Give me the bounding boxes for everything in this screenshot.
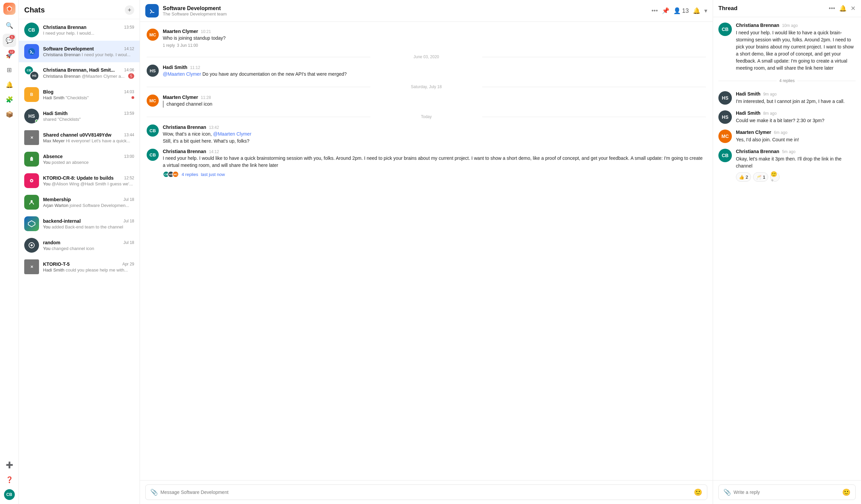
thread-msg-content-r1: Hadi Smith 9m ago I'm interested, but I …	[736, 91, 856, 105]
notification-bell-icon[interactable]: 🔔	[693, 7, 700, 14]
chat-time: Apr 29	[122, 262, 134, 267]
chat-item-shared-channel[interactable]: ✕ Shared channel u0VV8149Ydw 13:44 Max M…	[19, 127, 140, 148]
svg-marker-13	[28, 221, 35, 227]
add-reaction-icon: 🙂+	[770, 171, 779, 183]
thread-messages-area: CB Christiana Brennan 10m ago I need you…	[713, 17, 861, 480]
chat-item-random[interactable]: random Jul 18 You changed channel icon	[19, 234, 140, 256]
thread-title: Thread	[719, 5, 826, 12]
thread-msg-time: 10m ago	[782, 23, 798, 28]
message-row-channel-icon: MC Maarten Clymer 11:28 changed channel …	[147, 93, 706, 109]
chat-time: 13:00	[124, 154, 134, 159]
more-options-icon[interactable]: •••	[652, 8, 658, 14]
puzzle-icon: 🧩	[6, 96, 13, 103]
chat-name: random	[43, 240, 60, 245]
online-indicator	[35, 120, 38, 123]
thread-msg-text: I need your help. I would like to have a…	[736, 29, 856, 72]
thread-avatar-maarten-r3: MC	[719, 130, 732, 143]
thread-emoji-button[interactable]: 🙂	[842, 488, 850, 496]
chat-input-box: 📎 🙂	[145, 485, 707, 500]
date-divider-june: June 03, 2020	[147, 55, 706, 59]
reply-count: 1 reply	[163, 43, 175, 48]
reaction-clinking[interactable]: 🥂 1	[753, 172, 768, 182]
chat-item-membership[interactable]: Membership Jul 18 Arjan Warton joined So…	[19, 191, 140, 213]
thread-input-area: 📎 🙂	[713, 480, 861, 504]
reply-indicator[interactable]: 1 reply 3 Jun 11:00	[163, 43, 706, 48]
mention: @Maarten Clymer	[163, 71, 201, 77]
msg-text-after: Do you have any documentation on the new…	[203, 71, 347, 77]
thread-msg-author: Christiana Brennan	[736, 23, 779, 28]
chat-item-backend-internal[interactable]: backend-internal Jul 18 You added Back-e…	[19, 213, 140, 234]
chat-item-hadi-smith[interactable]: HS Hadi Smith 13:59 shared "Checklists"	[19, 105, 140, 127]
reaction-thumbsup[interactable]: 👍 2	[736, 172, 751, 182]
add-reaction-button[interactable]: 🙂+	[770, 172, 780, 182]
chat-time: 13:44	[124, 133, 134, 137]
chat-item-absence[interactable]: Absence 13:00 You posted an absence	[19, 148, 140, 170]
thread-more-icon[interactable]: •••	[829, 5, 835, 12]
channel-avatar	[145, 4, 159, 17]
thread-avatar-cb-original: CB	[719, 23, 732, 36]
box-icon: 📦	[6, 111, 13, 118]
puzzle-icon-btn[interactable]: 🧩	[3, 93, 16, 106]
app-logo[interactable]	[3, 3, 15, 15]
msg-author: Christiana Brennan	[163, 149, 206, 154]
chat-time: Jul 18	[123, 240, 134, 245]
msg-text-system: changed channel icon	[163, 100, 706, 108]
grid-icon-btn[interactable]: ⊞	[3, 63, 16, 77]
member-count-value: 13	[682, 8, 689, 14]
help-btn[interactable]: ❓	[3, 473, 16, 487]
chat-item-ktorio-cr8[interactable]: KTORIO-CR-8: Update to builds 12:52 You …	[19, 170, 140, 191]
chevron-down-icon[interactable]: ▾	[704, 7, 707, 14]
rocket-icon-btn[interactable]: 🚀 12	[3, 49, 16, 62]
attach-button[interactable]: 📎	[150, 489, 158, 496]
chat-name: KTORIO-CR-8: Update to builds	[43, 175, 114, 181]
chat-time: 13:59	[124, 111, 134, 116]
add-channel-btn[interactable]: ➕	[3, 458, 16, 472]
msg-text: @Maarten Clymer Do you have any document…	[163, 71, 706, 78]
thread-reply-3: MC Maarten Clymer 6m ago Yes, I'd also j…	[719, 130, 856, 143]
message-input[interactable]	[161, 490, 691, 495]
thread-attach-button[interactable]: 📎	[723, 489, 731, 496]
chat-preview: Christiana Brennan @Maarten Clymer a... …	[43, 73, 134, 79]
bell-icon-btn[interactable]: 🔔	[3, 78, 16, 92]
reply-thread[interactable]: CB HS MC 4 replies last just now	[163, 171, 706, 178]
chat-name: Hadi Smith	[43, 111, 68, 116]
thread-av-3: MC	[172, 171, 179, 178]
msg-time: 14:12	[209, 149, 219, 154]
chat-item-blog[interactable]: B Blog 14:03 Hadi Smith "Checklists"	[19, 84, 140, 105]
chats-icon-btn[interactable]: 💬 5	[3, 33, 16, 47]
reaction-emoji-1: 👍	[739, 175, 744, 180]
chat-item-software-development[interactable]: Software Development 14:12 Christiana Br…	[19, 41, 140, 62]
emoji-button[interactable]: 🙂	[694, 488, 702, 496]
date-divider-july18: Saturday, July 18	[147, 84, 706, 89]
thread-msg-time: 9m ago	[763, 92, 777, 97]
grid-icon: ⊞	[7, 66, 12, 74]
msg-content-channel-icon: Maarten Clymer 11:28 changed channel ico…	[163, 95, 706, 108]
thread-msg-time: 8m ago	[763, 111, 777, 116]
chat-item-ktorio-t5[interactable]: ✕ KTORIO-T-5 Apr 29 Hadi Smith could you…	[19, 256, 140, 277]
pin-icon[interactable]: 📌	[662, 7, 669, 14]
user-avatar-sidebar[interactable]: CB	[3, 488, 16, 501]
msg-avatar-cb-icon: CB	[147, 124, 159, 137]
chat-item-christiana-brennan[interactable]: CB Christiana Brennan 13:59 I need your …	[19, 19, 140, 41]
chat-list-header: Chats +	[19, 0, 140, 19]
svg-point-10	[31, 180, 32, 181]
search-icon-btn[interactable]: 🔍	[3, 19, 16, 32]
thread-input-box: 📎 🙂	[719, 485, 856, 500]
preview-text: Hadi Smith "Checklists"	[43, 95, 89, 100]
thread-bell-icon[interactable]: 🔔	[839, 5, 847, 12]
chat-item-christiana-hadi[interactable]: CB HS Christiana Brennan, Hadi Smit... 1…	[19, 62, 140, 84]
box-icon-btn[interactable]: 📦	[3, 108, 16, 121]
chat-name: backend-internal	[43, 218, 81, 224]
chat-input-area: 📎 🙂	[140, 480, 713, 504]
thread-close-icon[interactable]: ✕	[850, 5, 856, 12]
chat-info-backend-internal: backend-internal Jul 18 You added Back-e…	[43, 218, 134, 230]
msg-content-cb-icon: Christiana Brennan 13:42 Wow, that's a n…	[163, 124, 706, 145]
member-count[interactable]: 👤 13	[673, 7, 689, 14]
chat-name: Software Development	[43, 46, 94, 52]
msg-avatar-maarten: MC	[147, 29, 159, 41]
thread-reply-input[interactable]	[734, 490, 839, 495]
channel-name: Software Development	[163, 5, 647, 11]
reply-date: 3 Jun 11:00	[177, 43, 198, 48]
thread-avatar-hadi-r1: HS	[719, 91, 732, 105]
add-chat-button[interactable]: +	[125, 5, 134, 15]
